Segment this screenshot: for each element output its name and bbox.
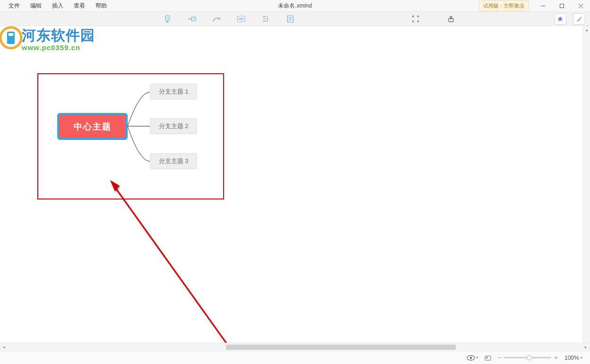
format-brush-icon[interactable] <box>573 13 585 25</box>
central-topic[interactable]: 中心主题 <box>57 113 128 140</box>
window-buttons: 试用版 - 立即激活 <box>479 0 590 11</box>
zoom-dropdown-icon[interactable]: ▾ <box>581 355 582 360</box>
relationship-icon[interactable] <box>210 13 223 25</box>
svg-rect-26 <box>7 32 15 44</box>
childtopic-icon[interactable]: + <box>185 13 199 25</box>
fit-window-icon[interactable] <box>485 355 491 361</box>
zoom-in-icon[interactable]: + <box>554 354 558 361</box>
maximize-button[interactable] <box>552 0 571 12</box>
menu-file[interactable]: 文件 <box>4 0 25 12</box>
close-button[interactable] <box>571 0 590 12</box>
svg-rect-1 <box>560 4 564 8</box>
annotation-arrow <box>105 177 238 350</box>
branch-topic-3[interactable]: 分支主题 3 <box>150 153 197 169</box>
menu-help[interactable]: 帮助 <box>91 0 112 12</box>
branch-topic-2[interactable]: 分支主题 2 <box>150 118 197 134</box>
zoom-level[interactable]: 100% ▾ <box>564 355 585 361</box>
toolbar-center-group: + + <box>161 13 297 25</box>
svg-text:+: + <box>192 17 195 21</box>
svg-point-8 <box>188 18 189 19</box>
svg-rect-34 <box>486 357 488 358</box>
menu-edit[interactable]: 编辑 <box>26 0 46 12</box>
scroll-left-icon[interactable]: ◂ <box>0 343 8 351</box>
note-icon[interactable] <box>284 13 297 25</box>
subtopic-icon[interactable]: + <box>161 13 174 25</box>
toolbar-far-group <box>554 13 585 25</box>
svg-marker-24 <box>557 16 563 22</box>
zoom-slider[interactable]: − + <box>498 354 558 361</box>
minimize-button[interactable] <box>533 0 552 12</box>
scroll-right-icon[interactable]: ▸ <box>582 343 590 351</box>
summary-icon[interactable] <box>259 13 272 25</box>
svg-rect-27 <box>9 33 13 36</box>
hscroll-track[interactable] <box>8 343 582 351</box>
window-title: 未命名.xmind <box>278 2 312 10</box>
zoom-value: 100% <box>564 355 579 361</box>
menu-bar: 文件 编辑 插入 查看 帮助 <box>0 0 112 12</box>
branch-topic-1[interactable]: 分支主题 1 <box>150 84 197 100</box>
statusbar: ▾ − + 100% ▾ <box>0 351 590 364</box>
hscroll-thumb[interactable] <box>226 345 456 350</box>
titlebar: 文件 编辑 插入 查看 帮助 未命名.xmind 试用版 - 立即激活 <box>0 0 590 12</box>
menu-view[interactable]: 查看 <box>69 0 90 12</box>
svg-line-29 <box>114 186 232 350</box>
canvas[interactable]: 河东软件园 www.pc0359.cn 中心主题 分支主题 1 分支主题 2 分… <box>0 26 590 350</box>
watermark-logo: 河东软件园 www.pc0359.cn <box>0 26 72 51</box>
outline-view-icon[interactable]: ▾ <box>467 355 478 361</box>
watermark-url: www.pc0359.cn <box>22 43 95 52</box>
watermark-text: 河东软件园 <box>22 27 95 43</box>
horizontal-scrollbar[interactable]: ◂ ▸ <box>0 343 590 351</box>
toolbar: + + <box>0 12 590 26</box>
zen-star-icon[interactable] <box>554 13 566 25</box>
vertical-scrollbar[interactable]: ▴ ▾ <box>582 26 590 350</box>
svg-point-25 <box>0 27 21 48</box>
svg-point-32 <box>470 356 472 359</box>
share-icon[interactable] <box>444 13 458 25</box>
zoom-thumb[interactable] <box>527 355 532 360</box>
svg-rect-14 <box>239 18 243 20</box>
fitmap-icon[interactable] <box>409 13 422 25</box>
menu-insert[interactable]: 插入 <box>47 0 68 12</box>
zoom-out-icon[interactable]: − <box>498 354 502 361</box>
trial-badge[interactable]: 试用版 - 立即激活 <box>479 0 529 11</box>
scroll-up-icon[interactable]: ▴ <box>583 26 590 34</box>
svg-text:+: + <box>166 16 169 20</box>
boundary-icon[interactable] <box>234 13 248 25</box>
zoom-track[interactable] <box>504 357 551 358</box>
